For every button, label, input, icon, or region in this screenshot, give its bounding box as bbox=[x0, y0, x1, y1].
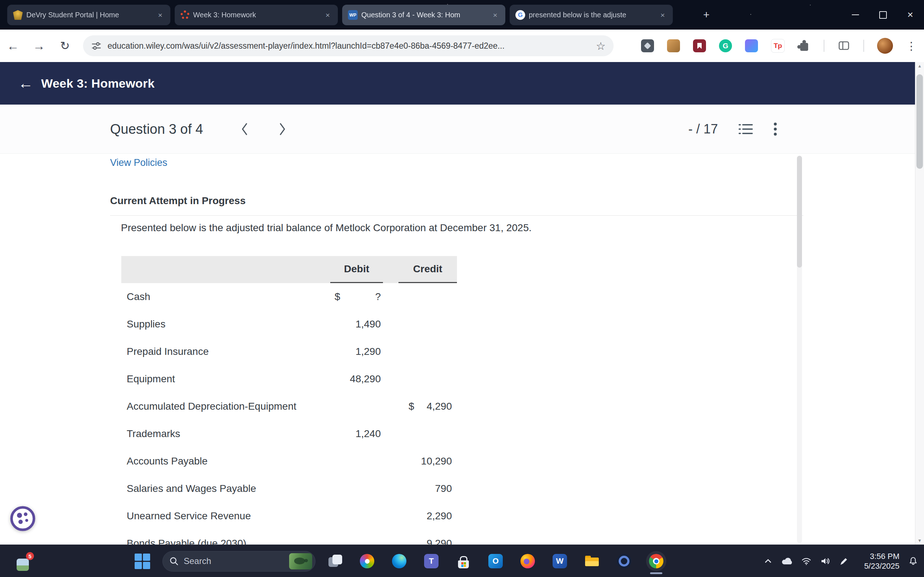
table-header-row: Debit Credit bbox=[121, 256, 457, 283]
teams-app-icon[interactable]: T bbox=[424, 554, 439, 568]
content-scrollbar-thumb[interactable] bbox=[797, 156, 802, 268]
debit-cell: 1,290 bbox=[330, 346, 383, 357]
credit-cell: $4,290 bbox=[399, 401, 457, 412]
file-explorer-icon[interactable] bbox=[585, 554, 599, 568]
browser-tab-bar: DeVry Student Portal | Home Week 3: Home… bbox=[0, 0, 924, 29]
tray-chevron-up-icon[interactable] bbox=[764, 557, 772, 566]
browser-tab[interactable]: G presented below is the adjuste bbox=[510, 5, 673, 25]
debit-cell: 1,240 bbox=[330, 428, 383, 440]
browser-tab[interactable]: Week 3: Homework bbox=[175, 5, 338, 25]
outlook-app-icon[interactable]: O bbox=[488, 554, 503, 568]
account-label: Supplies bbox=[121, 318, 330, 330]
profile-avatar[interactable] bbox=[877, 38, 893, 54]
page-scrollbar-thumb[interactable] bbox=[916, 74, 923, 169]
extension-icon-1[interactable] bbox=[641, 39, 654, 52]
extensions-row: G Tp bbox=[641, 38, 917, 54]
tab-close-icon[interactable] bbox=[490, 10, 500, 20]
maximize-button[interactable] bbox=[869, 0, 897, 29]
browser-tab[interactable]: WP Question 3 of 4 - Week 3: Hom bbox=[342, 5, 505, 25]
tp-extension-icon[interactable]: Tp bbox=[771, 39, 785, 53]
tab-favicon bbox=[13, 10, 23, 20]
round-app-icon[interactable] bbox=[617, 554, 631, 568]
url-text[interactable]: education.wiley.com/was/ui/v2/assessment… bbox=[108, 41, 591, 51]
wifi-icon[interactable] bbox=[801, 557, 811, 566]
notification-badge[interactable]: 5 bbox=[26, 552, 34, 560]
pen-icon[interactable] bbox=[839, 556, 848, 566]
volume-icon[interactable] bbox=[820, 557, 830, 566]
browser-menu-icon[interactable] bbox=[906, 40, 917, 52]
chrome-browser-icon[interactable] bbox=[649, 554, 663, 568]
question-prompt: Presented below is the adjusted trial ba… bbox=[121, 222, 531, 234]
minimize-button[interactable] bbox=[842, 0, 869, 29]
window-controls bbox=[842, 0, 924, 29]
credit-cell: 790 bbox=[399, 483, 457, 495]
side-panel-icon[interactable] bbox=[837, 39, 850, 52]
content-scrollbar[interactable] bbox=[797, 156, 802, 543]
bookmark-extension-icon[interactable] bbox=[693, 39, 706, 52]
debit-cell: 48,290 bbox=[330, 373, 383, 385]
assignment-back-arrow-icon[interactable] bbox=[18, 75, 34, 92]
credit-cell: 9,290 bbox=[399, 538, 457, 545]
taskbar-apps: T O W bbox=[328, 554, 663, 568]
close-window-button[interactable] bbox=[897, 0, 924, 29]
view-policies-link[interactable]: View Policies bbox=[110, 157, 168, 168]
taskbar-clock[interactable]: 3:56 PM 5/23/2025 bbox=[857, 551, 900, 571]
assessment-content: View Policies Current Attempt in Progres… bbox=[0, 153, 924, 545]
back-button[interactable] bbox=[0, 34, 26, 57]
tab-title: Question 3 of 4 - Week 3: Hom bbox=[361, 11, 486, 19]
tab-favicon bbox=[181, 10, 189, 19]
tab-close-icon[interactable] bbox=[155, 10, 165, 20]
debit-cell: $? bbox=[330, 291, 383, 303]
account-label: Equipment bbox=[121, 373, 330, 385]
account-label: Cash bbox=[121, 291, 330, 303]
question-counter: Question 3 of 4 bbox=[110, 121, 203, 137]
active-app-indicator bbox=[650, 572, 662, 574]
windows-taskbar: 5 Search T O bbox=[0, 545, 924, 577]
onedrive-cloud-icon[interactable] bbox=[781, 557, 793, 566]
page-scrollbar[interactable] bbox=[915, 62, 924, 545]
start-button[interactable] bbox=[134, 553, 150, 569]
tab-close-icon[interactable] bbox=[323, 10, 333, 20]
date-label: 5/23/2025 bbox=[857, 561, 900, 571]
previous-question-button[interactable] bbox=[237, 121, 252, 138]
photos-app-icon[interactable] bbox=[360, 554, 374, 568]
search-label: Search bbox=[184, 556, 289, 566]
tab-close-icon[interactable] bbox=[657, 10, 668, 20]
question-list-icon[interactable] bbox=[738, 122, 753, 135]
search-highlight-image[interactable] bbox=[289, 553, 312, 569]
extension-icon-5[interactable] bbox=[745, 39, 758, 52]
scroll-down-arrow-icon[interactable] bbox=[915, 537, 924, 545]
firefox-browser-icon[interactable] bbox=[520, 554, 535, 568]
system-tray: 3:56 PM 5/23/2025 bbox=[764, 545, 918, 577]
accessibility-widget-button[interactable] bbox=[9, 504, 37, 533]
question-toolbar-right: - / 17 bbox=[688, 121, 777, 137]
task-view-icon[interactable] bbox=[328, 554, 342, 568]
extension-icon-2[interactable] bbox=[667, 39, 680, 52]
table-row: Accumulated Depreciation-Equipment $4,29… bbox=[121, 393, 457, 420]
forward-button[interactable] bbox=[26, 34, 52, 57]
assignment-title: Week 3: Homework bbox=[41, 76, 155, 90]
address-bar[interactable]: education.wiley.com/was/ui/v2/assessment… bbox=[83, 35, 614, 56]
next-question-button[interactable] bbox=[275, 121, 289, 138]
tab-favicon: G bbox=[515, 10, 525, 20]
browser-tab[interactable]: DeVry Student Portal | Home bbox=[7, 5, 170, 25]
new-tab-button[interactable] bbox=[699, 8, 713, 22]
assignment-header: Week 3: Homework bbox=[0, 62, 924, 105]
grammarly-extension-icon[interactable]: G bbox=[719, 39, 732, 52]
corner-app-icon[interactable] bbox=[16, 559, 29, 571]
debit-cell: 1,490 bbox=[330, 318, 383, 330]
taskbar-search[interactable]: Search bbox=[162, 551, 315, 572]
bookmark-star-icon[interactable] bbox=[596, 40, 606, 52]
reload-button[interactable] bbox=[52, 34, 78, 57]
question-menu-kebab-icon[interactable] bbox=[774, 122, 777, 136]
extensions-puzzle-icon[interactable] bbox=[798, 39, 811, 52]
edge-browser-icon[interactable] bbox=[392, 554, 406, 568]
microsoft-store-icon[interactable] bbox=[456, 554, 471, 568]
notification-bell-icon[interactable] bbox=[908, 556, 918, 566]
trial-balance-table: Debit Credit Cash $? Supplies 1,490 Prep… bbox=[121, 256, 457, 545]
scroll-up-arrow-icon[interactable] bbox=[915, 62, 924, 70]
credit-cell: 2,290 bbox=[399, 510, 457, 522]
word-app-icon[interactable]: W bbox=[552, 554, 567, 568]
taskbar-corner-widget[interactable]: 5 bbox=[16, 553, 36, 573]
site-settings-icon[interactable] bbox=[91, 40, 102, 51]
